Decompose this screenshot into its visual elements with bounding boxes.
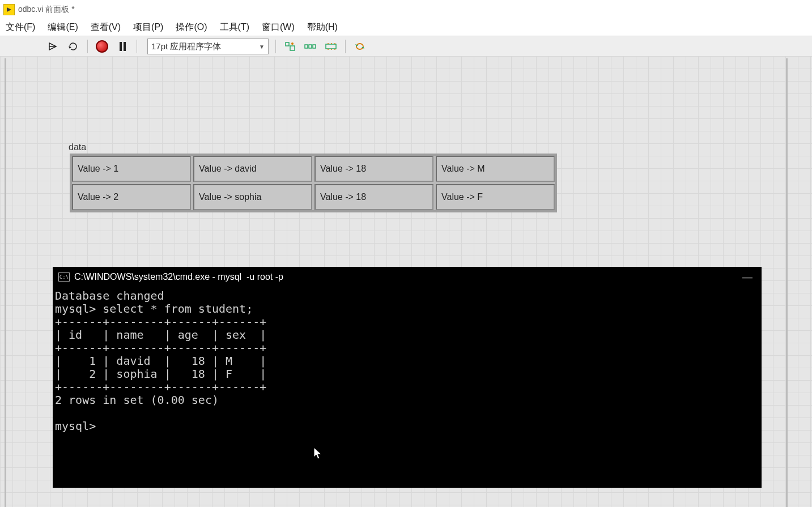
labview-window: odbc.vi 前面板 * 文件(F) 编辑(E) 查看(V) 项目(P) 操作…: [0, 0, 812, 507]
distribute-objects-button[interactable]: [303, 39, 318, 54]
abort-button[interactable]: [95, 39, 109, 54]
menu-project[interactable]: 项目(P): [132, 20, 164, 35]
titlebar: odbc.vi 前面板 *: [0, 0, 812, 19]
data-cell[interactable]: Value -> david: [193, 156, 312, 182]
front-panel[interactable]: data Value -> 1 Value -> david Value -> …: [0, 56, 812, 507]
labview-app-icon: [3, 4, 15, 15]
menu-edit[interactable]: 编辑(E): [46, 20, 79, 35]
toolbar-separator: [345, 40, 346, 53]
cmd-output[interactable]: Database changed mysql> select * from st…: [53, 287, 762, 435]
pause-button[interactable]: [115, 39, 130, 54]
toolbar: 17pt 应用程序字体 ▼: [0, 36, 812, 57]
menu-file[interactable]: 文件(F): [5, 20, 36, 35]
svg-rect-6: [309, 45, 312, 48]
svg-rect-8: [326, 44, 336, 49]
front-panel-content: data Value -> 1 Value -> david Value -> …: [5, 58, 788, 507]
toolbar-separator: [137, 40, 137, 53]
data-cell[interactable]: Value -> 18: [314, 156, 433, 182]
data-cell[interactable]: Value -> F: [436, 184, 555, 210]
run-button[interactable]: [45, 39, 60, 54]
pause-icon: [120, 42, 126, 51]
reorder-button[interactable]: [352, 39, 367, 54]
cmd-window[interactable]: C:\ C:\WINDOWS\system32\cmd.exe - mysql …: [53, 267, 762, 488]
chevron-down-icon: ▼: [259, 44, 265, 50]
font-selector-label: 17pt 应用程序字体: [151, 41, 221, 52]
menu-operate[interactable]: 操作(O): [175, 20, 208, 35]
abort-icon: [96, 40, 108, 53]
window-title: odbc.vi 前面板 *: [18, 5, 75, 15]
minimize-button[interactable]: —: [739, 273, 756, 281]
svg-marker-1: [69, 46, 71, 49]
menu-help[interactable]: 帮助(H): [306, 20, 339, 35]
svg-marker-0: [7, 7, 11, 12]
toolbar-separator: [275, 40, 276, 53]
run-continuously-button[interactable]: [66, 39, 80, 54]
data-cell[interactable]: Value -> 18: [314, 184, 433, 210]
data-cell[interactable]: Value -> 1: [72, 156, 191, 182]
menu-window[interactable]: 窗口(W): [261, 20, 296, 35]
menu-tools[interactable]: 工具(T): [219, 20, 250, 35]
toolbar-separator: [87, 40, 88, 53]
svg-rect-3: [290, 46, 295, 50]
svg-rect-7: [313, 45, 316, 48]
cmd-titlebar[interactable]: C:\ C:\WINDOWS\system32\cmd.exe - mysql …: [53, 267, 762, 287]
font-selector[interactable]: 17pt 应用程序字体 ▼: [147, 39, 269, 54]
svg-rect-2: [286, 42, 289, 46]
menubar: 文件(F) 编辑(E) 查看(V) 项目(P) 操作(O) 工具(T) 窗口(W…: [0, 19, 812, 36]
data-cell[interactable]: Value -> 2: [72, 184, 191, 210]
svg-rect-5: [305, 45, 308, 48]
data-indicator[interactable]: Value -> 1 Value -> david Value -> 18 Va…: [70, 154, 557, 212]
data-cell[interactable]: Value -> M: [436, 156, 555, 182]
data-cell[interactable]: Value -> sophia: [193, 184, 312, 210]
cmd-icon: C:\: [58, 272, 70, 282]
align-objects-button[interactable]: [283, 39, 297, 54]
menu-view[interactable]: 查看(V): [90, 20, 122, 35]
cmd-title-text: C:\WINDOWS\system32\cmd.exe - mysql -u r…: [74, 272, 283, 282]
data-indicator-label: data: [69, 142, 86, 152]
svg-point-4: [291, 42, 294, 45]
resize-objects-button[interactable]: [324, 39, 338, 54]
